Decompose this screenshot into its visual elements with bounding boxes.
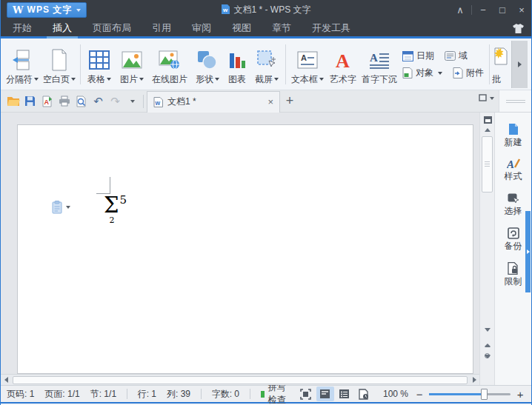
- ruler-toggle-icon: [483, 116, 493, 124]
- double-arrow-up-icon: [485, 331, 491, 347]
- tab-home[interactable]: 开始: [2, 20, 42, 36]
- online-picture-button[interactable]: 在线图片: [148, 41, 191, 88]
- new-document-icon: [508, 123, 519, 135]
- svg-text:A: A: [370, 52, 378, 64]
- undo-history-dropdown[interactable]: [124, 93, 140, 110]
- new-tab-button[interactable]: +: [280, 92, 299, 111]
- sidebar-drag-handle[interactable]: [506, 100, 525, 103]
- date-label: 日期: [416, 50, 434, 62]
- web-layout-view-button[interactable]: [355, 386, 373, 401]
- status-page-number[interactable]: 页码: 1: [7, 388, 34, 401]
- tab-review[interactable]: 审阅: [182, 20, 222, 36]
- attachment-button[interactable]: 附件: [453, 67, 484, 79]
- status-column[interactable]: 列: 39: [167, 388, 190, 401]
- zoom-slider[interactable]: [429, 393, 511, 395]
- fullscreen-view-button[interactable]: [297, 386, 315, 401]
- outline-view-button[interactable]: [336, 386, 353, 401]
- tab-references[interactable]: 引用: [142, 20, 182, 36]
- tab-insert[interactable]: 插入: [42, 20, 82, 36]
- status-word-count[interactable]: 字数: 0: [212, 388, 239, 401]
- horizontal-scrollbar[interactable]: [1, 374, 479, 385]
- wordart-button[interactable]: A 艺术字: [327, 41, 359, 88]
- minimize-button[interactable]: −: [473, 4, 493, 16]
- object-button[interactable]: 对象: [402, 67, 442, 79]
- textbox-button[interactable]: A 文本框: [288, 41, 327, 88]
- shapes-icon: [197, 46, 218, 74]
- tab-page-layout[interactable]: 页面布局: [82, 20, 142, 36]
- attachment-label: 附件: [466, 67, 484, 79]
- tab-list-button[interactable]: [479, 94, 494, 103]
- status-page-count[interactable]: 页面: 1/1: [44, 388, 79, 401]
- dropcap-button[interactable]: A 首字下沉: [359, 41, 399, 88]
- chevron-down-icon: [66, 206, 70, 209]
- document-region: Σ5 2: [1, 113, 531, 385]
- redo-button[interactable]: ↷: [107, 93, 123, 110]
- page-break-button[interactable]: 分隔符: [4, 41, 41, 88]
- status-separator: [250, 389, 250, 399]
- print-preview-button[interactable]: [73, 93, 89, 110]
- vertical-scrollbar[interactable]: [479, 113, 494, 385]
- zoom-slider-thumb[interactable]: [481, 389, 488, 400]
- picture-button[interactable]: 图片: [116, 41, 148, 88]
- status-line[interactable]: 行: 1: [138, 388, 156, 401]
- outline-view-icon: [339, 389, 350, 399]
- wordart-label: 艺术字: [330, 74, 356, 84]
- print-button[interactable]: [56, 93, 72, 110]
- redo-icon: ↷: [110, 96, 120, 107]
- open-button[interactable]: [5, 93, 21, 110]
- blank-page-button[interactable]: 空白页: [41, 41, 78, 88]
- scroll-right-button[interactable]: [469, 377, 479, 383]
- status-section[interactable]: 节: 1/1: [90, 388, 116, 401]
- ribbon-tab-row: 开始 插入 页面布局 引用 审阅 视图 章节 开发工具: [1, 20, 531, 39]
- page-view-button[interactable]: [316, 386, 334, 401]
- zoom-in-button[interactable]: +: [515, 389, 525, 400]
- open-folder-icon: [7, 96, 20, 107]
- comment-label-clipped: 批: [492, 74, 501, 84]
- tab-section[interactable]: 章节: [262, 20, 302, 36]
- skin-theme-icon[interactable]: [513, 24, 524, 33]
- sidebar-item-styles[interactable]: A 样式: [495, 152, 531, 187]
- web-layout-icon: [358, 389, 369, 400]
- ribbon-more-button[interactable]: [511, 41, 528, 88]
- zoom-level[interactable]: 100 %: [383, 389, 408, 399]
- sidebar-label-new: 新建: [505, 138, 522, 147]
- document-canvas[interactable]: Σ5 2: [1, 113, 479, 385]
- arrow-right-icon: [527, 250, 530, 254]
- scroll-left-button[interactable]: [1, 377, 11, 383]
- scroll-up-button[interactable]: [485, 128, 491, 132]
- chart-button[interactable]: 图表: [224, 41, 250, 88]
- comment-button-clipped[interactable]: 批: [492, 41, 511, 88]
- pdf-icon: A: [41, 96, 53, 107]
- horizontal-scrollbar-thumb[interactable]: [13, 376, 468, 384]
- task-pane-expand-handle[interactable]: [525, 211, 531, 292]
- vertical-scrollbar-thumb[interactable]: [482, 136, 493, 193]
- close-tab-icon[interactable]: ×: [267, 96, 273, 107]
- document-page[interactable]: Σ5 2: [17, 124, 473, 374]
- date-button[interactable]: 日期: [402, 50, 434, 62]
- wps-app-menu-button[interactable]: W WPS 文字: [7, 2, 87, 18]
- tab-view[interactable]: 视图: [222, 20, 262, 36]
- tab-developer[interactable]: 开发工具: [302, 20, 361, 36]
- field-button[interactable]: 域: [445, 50, 468, 62]
- wps-app-menu-label: WPS 文字: [27, 4, 73, 16]
- paste-options-button[interactable]: [52, 201, 70, 214]
- sidebar-item-new[interactable]: 新建: [495, 117, 531, 152]
- save-button[interactable]: [22, 93, 38, 110]
- collapse-ribbon-button[interactable]: ∧: [450, 4, 470, 16]
- attachment-icon: [453, 67, 463, 78]
- equation-sum[interactable]: Σ5 2: [104, 193, 127, 225]
- chart-icon: [228, 46, 246, 74]
- shapes-button[interactable]: 形状: [191, 41, 224, 88]
- maximize-button[interactable]: □: [493, 4, 512, 16]
- screenshot-button[interactable]: 截屏: [250, 41, 283, 88]
- chevron-down-icon: [139, 78, 144, 81]
- export-pdf-button[interactable]: A: [39, 93, 55, 110]
- next-page-button[interactable]: [485, 355, 491, 372]
- zoom-out-button[interactable]: −: [414, 389, 425, 400]
- undo-button[interactable]: ↶: [90, 93, 106, 110]
- close-button[interactable]: ×: [512, 4, 531, 16]
- table-button[interactable]: 表格: [83, 41, 116, 88]
- document-tab[interactable]: w 文档1 * ×: [147, 91, 280, 113]
- ruler-toggle-button[interactable]: [482, 114, 493, 125]
- previous-page-button[interactable]: [485, 331, 491, 348]
